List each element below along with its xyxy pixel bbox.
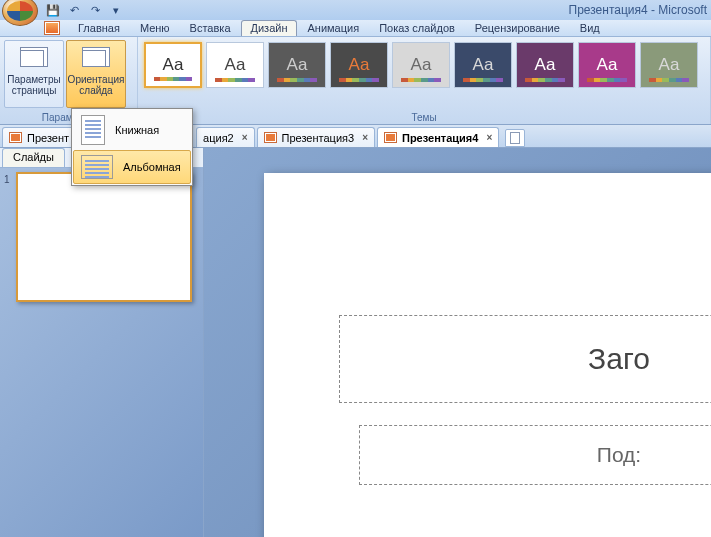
theme-preview-text: Aa (473, 55, 494, 75)
menu-review[interactable]: Рецензирование (465, 22, 570, 34)
page-params-button[interactable]: Параметрыстраницы (4, 40, 64, 108)
theme-preview-text: Aa (225, 55, 246, 75)
theme-8[interactable]: Aa (640, 42, 698, 88)
theme-preview-text: Aa (411, 55, 432, 75)
theme-color-bar (649, 78, 689, 82)
doctab-1[interactable]: ация2× (196, 127, 254, 147)
doc-icon (9, 132, 22, 143)
portrait-label: Книжная (115, 124, 159, 136)
theme-4[interactable]: Aa (392, 42, 450, 88)
theme-color-bar (463, 78, 503, 82)
theme-1[interactable]: Aa (206, 42, 264, 88)
theme-7[interactable]: Aa (578, 42, 636, 88)
theme-color-bar (339, 78, 379, 82)
landscape-icon (81, 155, 113, 179)
thumbnails: 1 (0, 168, 203, 537)
theme-preview-text: Aa (597, 55, 618, 75)
menu-view[interactable]: Вид (570, 22, 610, 34)
theme-6[interactable]: Aa (516, 42, 574, 88)
title-placeholder[interactable]: Заго (339, 315, 711, 403)
qat-undo-icon[interactable]: ↶ (65, 2, 83, 18)
theme-color-bar (215, 78, 255, 82)
qat-dropdown-icon[interactable]: ▾ (107, 2, 125, 18)
theme-3[interactable]: Aa (330, 42, 388, 88)
theme-color-bar (401, 78, 441, 82)
theme-preview-text: Aa (349, 55, 370, 75)
theme-preview-text: Aa (287, 55, 308, 75)
qat-save-icon[interactable]: 💾 (44, 2, 62, 18)
doctab-2[interactable]: Презентация3× (257, 127, 375, 147)
ribbon-group-themes-label: Темы (138, 112, 710, 123)
close-icon[interactable]: × (486, 132, 492, 143)
doctab-label: Презент (27, 132, 69, 144)
menu-animation[interactable]: Анимация (297, 22, 369, 34)
quick-access-toolbar: 💾 ↶ ↷ ▾ (44, 2, 125, 18)
menu-design[interactable]: Дизайн (241, 20, 298, 36)
title-bar: 💾 ↶ ↷ ▾ Презентация4 - Microsoft (0, 0, 711, 20)
theme-preview-text: Aa (659, 55, 680, 75)
portrait-icon (81, 115, 105, 145)
theme-color-bar (525, 78, 565, 82)
theme-0[interactable]: Aa (144, 42, 202, 88)
theme-color-bar (154, 77, 192, 81)
doctab-label: Презентация3 (282, 132, 355, 144)
slide-thumbnail[interactable] (16, 172, 192, 302)
menu-menu[interactable]: Меню (130, 22, 180, 34)
doc-icon (384, 132, 397, 143)
orientation-portrait[interactable]: Книжная (73, 110, 191, 150)
thumb-row: 1 (4, 172, 199, 302)
menu-insert[interactable]: Вставка (180, 22, 241, 34)
slide-canvas[interactable]: Заго Под: (204, 148, 711, 537)
theme-preview-text: Aa (535, 55, 556, 75)
doc-icon (264, 132, 277, 143)
side-tab-slides[interactable]: Слайды (2, 148, 65, 167)
subtitle-placeholder[interactable]: Под: (359, 425, 711, 485)
slide[interactable]: Заго Под: (264, 173, 711, 537)
doctab-label: Презентация4 (402, 132, 478, 144)
doctab-0[interactable]: Презент (2, 127, 76, 147)
thumb-number: 1 (4, 172, 16, 185)
menu-slideshow[interactable]: Показ слайдов (369, 22, 465, 34)
new-doc-button[interactable] (505, 129, 525, 147)
page-params-icon (20, 47, 48, 67)
menu-bar: Главная Меню Вставка Дизайн Анимация Пок… (0, 20, 711, 37)
orientation-landscape[interactable]: Альбомная (73, 150, 191, 184)
side-panel: Слайды 1 (0, 148, 204, 537)
themes-gallery: AaAaAaAaAaAaAaAaAa (138, 37, 710, 124)
theme-2[interactable]: Aa (268, 42, 326, 88)
theme-color-bar (277, 78, 317, 82)
close-icon[interactable]: × (362, 132, 368, 143)
app-title: Презентация4 - Microsoft (569, 3, 708, 17)
doctab-3[interactable]: Презентация4× (377, 127, 499, 147)
landscape-label: Альбомная (123, 161, 181, 173)
page-icon (510, 132, 520, 144)
orientation-dropdown: Книжная Альбомная (71, 108, 193, 186)
app-icon (44, 21, 60, 35)
menu-home[interactable]: Главная (68, 22, 130, 34)
orientation-icon (82, 47, 110, 67)
workspace: Слайды 1 Заго Под: (0, 148, 711, 537)
doctab-label: ация2 (203, 132, 234, 144)
orientation-label: Ориентацияслайда (68, 74, 125, 96)
ribbon-group-themes: AaAaAaAaAaAaAaAaAa Темы (138, 37, 711, 124)
close-icon[interactable]: × (242, 132, 248, 143)
page-params-label: Параметрыстраницы (7, 74, 60, 96)
qat-redo-icon[interactable]: ↷ (86, 2, 104, 18)
theme-color-bar (587, 78, 627, 82)
theme-5[interactable]: Aa (454, 42, 512, 88)
theme-preview-text: Aa (163, 55, 184, 75)
orientation-button[interactable]: Ориентацияслайда (66, 40, 126, 108)
